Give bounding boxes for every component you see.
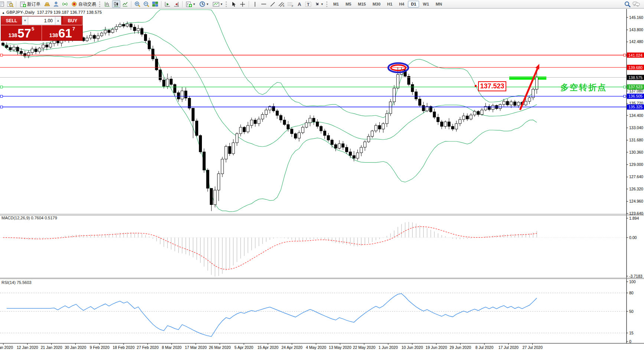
svg-text:9 Feb 2020: 9 Feb 2020	[90, 345, 109, 350]
data-window-icon[interactable]	[6, 0, 14, 8]
sell-price-figure: 138	[9, 32, 17, 38]
rsi-indicator-label: RSI(14) 75.5603	[1, 280, 32, 285]
channel-tool-icon[interactable]: E	[278, 0, 286, 8]
svg-text:-3.7183: -3.7183	[629, 274, 643, 278]
svg-text:29 Jun 2020: 29 Jun 2020	[450, 345, 471, 350]
svg-text:133.040: 133.040	[629, 125, 643, 130]
price-chart-canvas[interactable]: 145.160143.800142.480137.080135.720134.4…	[0, 9, 644, 350]
svg-text:134.400: 134.400	[629, 113, 643, 118]
mt4-application: 新订单 自动交易	[0, 0, 644, 350]
svg-text:17 Jul 2020: 17 Jul 2020	[498, 345, 519, 350]
timeframe-m1[interactable]: M1	[330, 1, 342, 7]
toolbar: 新订单 自动交易	[0, 0, 644, 9]
new-order-button[interactable]: 新订单	[18, 0, 42, 8]
svg-text:1 Jun 2020: 1 Jun 2020	[379, 345, 398, 350]
templates-icon[interactable]: ▼	[211, 0, 225, 8]
auto-trading-label: 自动交易	[78, 1, 96, 7]
svg-text:80: 80	[629, 291, 634, 295]
svg-text:123.640: 123.640	[629, 211, 643, 216]
label-tool-icon[interactable]: T	[304, 0, 313, 8]
sell-button[interactable]: SELL	[1, 16, 22, 25]
arrows-dropdown-caret[interactable]: ▼	[321, 3, 324, 6]
svg-text:137.523: 137.523	[628, 85, 643, 89]
indicators-icon[interactable]: f ▼	[184, 0, 197, 8]
collapse-panel-icon[interactable]: ▲	[2, 11, 5, 14]
svg-text:131.680: 131.680	[629, 138, 643, 142]
svg-text:24 Apr 2020: 24 Apr 2020	[281, 345, 303, 350]
search-icon[interactable]	[623, 0, 631, 8]
signals-icon[interactable]	[61, 0, 69, 8]
toolbar-drag-handle	[326, 1, 328, 7]
svg-text:0: 0	[629, 339, 631, 344]
svg-text:124.960: 124.960	[629, 199, 643, 203]
svg-text:2 Jan 2020: 2 Jan 2020	[0, 345, 13, 350]
horizontal-line-tool-icon[interactable]	[260, 0, 268, 8]
fibonacci-tool-icon[interactable]: F	[287, 0, 295, 8]
svg-text:15: 15	[629, 331, 634, 335]
svg-text:27 Jul 2020: 27 Jul 2020	[522, 345, 542, 350]
timeframe-h1[interactable]: H1	[384, 1, 395, 7]
svg-text:130.360: 130.360	[629, 150, 643, 154]
templates-dropdown-caret[interactable]: ▼	[220, 3, 223, 6]
timeframe-w1[interactable]: W1	[420, 1, 432, 7]
svg-text:126.320: 126.320	[629, 187, 643, 191]
toolbar-drag-handle	[99, 1, 101, 7]
periods-dropdown-caret[interactable]: ▼	[206, 3, 209, 6]
timeframe-m5[interactable]: M5	[343, 1, 354, 7]
svg-text:15 Apr 2020: 15 Apr 2020	[257, 345, 278, 350]
candlestick-chart-type-icon[interactable]	[112, 0, 120, 8]
symbol-name: GBPJPY-,Daily	[6, 10, 35, 14]
svg-text:8 Jul 2020: 8 Jul 2020	[475, 345, 494, 350]
price-callout-anchor[interactable]	[475, 85, 477, 87]
price-callout-137523[interactable]: 137.523	[478, 81, 506, 91]
market-icon[interactable]	[43, 0, 51, 8]
sell-price-point: 5	[32, 26, 34, 32]
svg-text:27 Feb 2020: 27 Feb 2020	[137, 345, 158, 350]
svg-text:139.680: 139.680	[628, 65, 643, 70]
line-chart-type-icon[interactable]	[121, 0, 129, 8]
timeframe-d1[interactable]: D1	[408, 1, 419, 7]
buy-price-pips: 61	[58, 27, 72, 39]
periods-icon[interactable]: ▼	[198, 0, 210, 8]
tile-windows-icon[interactable]	[151, 0, 159, 8]
timeframe-m30[interactable]: M30	[370, 1, 383, 7]
toolbar-separator	[131, 1, 131, 7]
svg-text:13 May 2020: 13 May 2020	[329, 345, 352, 350]
volume-decrease-button[interactable]: ▼	[22, 16, 28, 25]
svg-text:18 Feb 2020: 18 Feb 2020	[113, 345, 135, 350]
vertical-line-tool-icon[interactable]	[251, 0, 259, 8]
charts-list-icon[interactable]	[0, 0, 5, 8]
cursor-icon[interactable]	[230, 0, 238, 8]
volume-increase-button[interactable]: ▲	[55, 16, 61, 25]
crosshair-icon[interactable]	[239, 0, 247, 8]
chart-shift-icon[interactable]	[172, 0, 180, 8]
bar-chart-type-icon[interactable]	[103, 0, 111, 8]
timeframe-h4[interactable]: H4	[396, 1, 407, 7]
text-tool-icon[interactable]: A	[295, 0, 304, 8]
svg-text:10 Jun 2020: 10 Jun 2020	[402, 345, 423, 350]
toolbar-separator	[249, 1, 249, 7]
svg-text:22 May 2020: 22 May 2020	[353, 345, 376, 350]
buy-price[interactable]: 138 61 7	[42, 25, 82, 40]
auto-trading-button[interactable]: 自动交易	[70, 0, 98, 8]
indicators-dropdown-caret[interactable]: ▼	[193, 3, 196, 6]
sell-price[interactable]: 138 57 5	[1, 25, 42, 40]
community-icon[interactable]	[52, 0, 60, 8]
chat-icon[interactable]	[632, 0, 640, 8]
svg-text:E: E	[283, 4, 285, 7]
volume-input[interactable]	[28, 16, 55, 25]
arrows-tool-icon[interactable]: ▼	[313, 0, 325, 8]
zoom-in-icon[interactable]	[133, 0, 141, 8]
timeframe-m15[interactable]: M15	[355, 1, 369, 7]
svg-text:145.160: 145.160	[629, 15, 643, 20]
toolbar-separator	[182, 1, 183, 7]
zoom-out-icon[interactable]	[142, 0, 150, 8]
buy-button[interactable]: BUY	[63, 16, 82, 25]
sell-price-pips: 57	[17, 27, 31, 39]
symbol-ohlc: 137.279 139.187 136.777 138.575	[37, 10, 102, 14]
trendline-tool-icon[interactable]	[269, 0, 277, 8]
svg-text:4 May 2020: 4 May 2020	[306, 345, 326, 350]
svg-text:129.000: 129.000	[629, 162, 643, 167]
timeframe-mn[interactable]: MN	[433, 1, 445, 7]
auto-scroll-icon[interactable]	[163, 0, 171, 8]
